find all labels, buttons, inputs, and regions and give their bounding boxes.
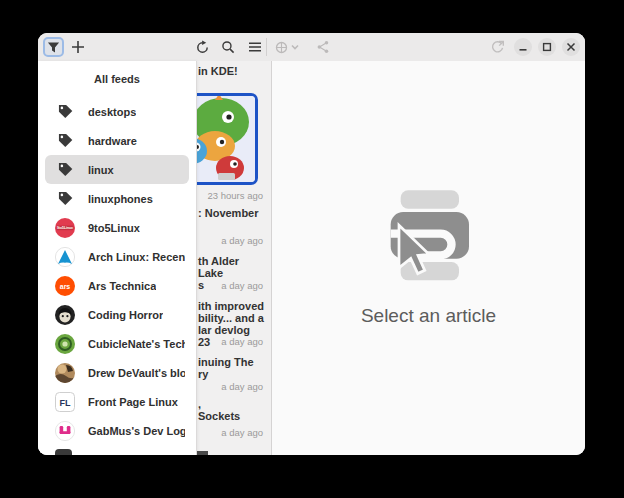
sidebar-item-gabmus-s-dev-log[interactable]: GabMus's Dev Log <box>45 416 189 445</box>
open-in-browser-icon <box>490 40 505 55</box>
cubiclenate-favicon-icon <box>55 334 75 354</box>
article-timestamp: a day ago <box>188 235 263 246</box>
share-icon <box>316 40 330 54</box>
9to5linux-favicon-icon: 9to5Linux <box>55 218 75 238</box>
headerbar <box>38 33 585 62</box>
sidebar-item-9to5linux[interactable]: 9to5Linux9to5Linux <box>45 213 189 242</box>
drewdevault-favicon-icon <box>55 363 75 383</box>
header-separator <box>266 38 267 56</box>
article-timestamp: a day ago <box>188 427 263 438</box>
ars-favicon-icon: ars <box>55 276 75 296</box>
sidebar-item-label: CubicleNate's Techpad <box>88 338 185 350</box>
select-article-label: Select an article <box>361 305 496 327</box>
sidebar-item-desktops[interactable]: desktops <box>45 97 189 126</box>
article-timestamp: a day ago <box>188 280 263 291</box>
sidebar-item-partial <box>55 449 72 455</box>
sidebar-item-cubiclenate-s-techpad[interactable]: CubicleNate's Techpad <box>45 329 189 358</box>
sidebar-item-label: Front Page Linux <box>88 396 178 408</box>
sidebar-item-label: linux <box>88 164 114 176</box>
arch-favicon-icon <box>55 247 75 267</box>
add-feed-button[interactable] <box>67 37 88 57</box>
sidebar-item-hardware[interactable]: hardware <box>45 126 189 155</box>
minimize-icon <box>518 38 528 56</box>
sidebar-item-front-page-linux[interactable]: FLFront Page Linux <box>45 387 189 416</box>
sidebar-item-label: hardware <box>88 135 137 147</box>
article-timestamp: 23 hours ago <box>188 190 263 201</box>
sidebar-title: All feeds <box>38 73 196 85</box>
maximize-button[interactable] <box>538 38 556 56</box>
app-window: in KDE!23 hours ago: Novembera day agoth… <box>38 33 585 455</box>
feeds-sidebar: All feeds desktopshardwarelinuxlinuxphon… <box>38 61 197 455</box>
refresh-icon <box>195 40 210 55</box>
sidebar-item-label: GabMus's Dev Log <box>88 425 185 437</box>
svg-text:ars: ars <box>60 283 71 290</box>
funnel-icon <box>47 41 60 54</box>
search-icon <box>221 40 235 54</box>
sidebar-rows: desktopshardwarelinuxlinuxphones9to5Linu… <box>38 97 196 445</box>
search-button[interactable] <box>217 37 238 57</box>
gabmus-favicon-icon <box>55 421 75 441</box>
body-area: in KDE!23 hours ago: Novembera day agoth… <box>38 61 585 455</box>
sidebar-item-label: desktops <box>88 106 136 118</box>
share-button <box>312 37 333 57</box>
frontpagelinux-favicon-icon: FL <box>55 392 75 412</box>
sidebar-item-drew-devault-s-blog[interactable]: Drew DeVault's blog <box>45 358 189 387</box>
minimize-button[interactable] <box>514 38 532 56</box>
view-mode-dropdown <box>272 37 302 57</box>
sidebar-item-label: linuxphones <box>88 193 153 205</box>
sidebar-item-coding-horror[interactable]: Coding Horror <box>45 300 189 329</box>
tag-icon <box>55 160 75 180</box>
article-title[interactable]: in KDE! <box>198 65 265 77</box>
article-timestamp: a day ago <box>188 381 263 392</box>
tag-icon <box>55 131 75 151</box>
tag-icon <box>55 102 75 122</box>
maximize-icon <box>542 38 552 56</box>
article-title[interactable]: : November <box>198 207 265 219</box>
svg-text:FL: FL <box>60 398 71 408</box>
svg-text:9to5Linux: 9to5Linux <box>57 226 73 230</box>
article-title[interactable]: , Sockets <box>198 398 265 422</box>
refresh-button[interactable] <box>192 37 213 57</box>
select-article-icon <box>379 187 479 291</box>
globe-icon <box>275 41 288 54</box>
open-in-browser-button <box>487 37 508 57</box>
chevron-down-icon <box>291 44 299 50</box>
article-title[interactable]: inuing The ry <box>198 356 265 380</box>
sidebar-item-ars-technica[interactable]: arsArs Technica <box>45 271 189 300</box>
sidebar-item-label: Ars Technica <box>88 280 156 292</box>
article-content-pane: Select an article <box>272 61 585 455</box>
codinghorror-favicon-icon <box>55 305 75 325</box>
menu-button[interactable] <box>244 37 265 57</box>
sidebar-item-arch-linux-recent-ne-[interactable]: Arch Linux: Recent ne… <box>45 242 189 271</box>
filter-button[interactable] <box>43 37 64 57</box>
sidebar-item-label: Arch Linux: Recent ne… <box>88 251 185 263</box>
article-timestamp: a day ago <box>188 336 263 347</box>
close-icon <box>566 38 576 56</box>
close-button[interactable] <box>562 38 580 56</box>
hamburger-menu-icon <box>248 40 262 54</box>
sidebar-item-linux[interactable]: linux <box>45 155 189 184</box>
article-list-item-partial <box>197 451 208 455</box>
plus-icon <box>71 40 85 54</box>
sidebar-item-linuxphones[interactable]: linuxphones <box>45 184 189 213</box>
sidebar-item-label: Coding Horror <box>88 309 163 321</box>
tag-icon <box>55 189 75 209</box>
sidebar-item-label: Drew DeVault's blog <box>88 367 185 379</box>
sidebar-item-label: 9to5Linux <box>88 222 140 234</box>
